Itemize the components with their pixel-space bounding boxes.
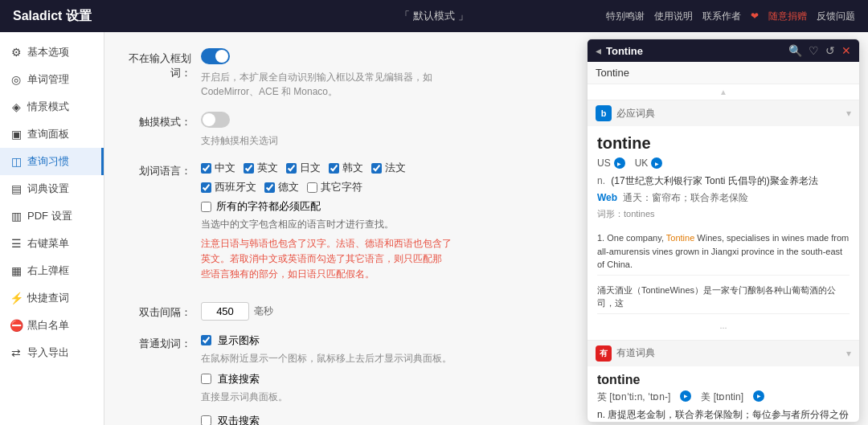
dict-search-input[interactable] xyxy=(596,67,851,79)
lang-other-checkbox[interactable] xyxy=(307,182,317,193)
blacklist-icon: ⛔ xyxy=(10,319,23,332)
touch-mode-toggle[interactable] xyxy=(201,112,230,128)
bing-web-entry: Web 通天：窗帘布；联合养老保险 xyxy=(597,191,850,205)
sidebar-item-popup[interactable]: ▦ 右上弹框 xyxy=(0,257,104,284)
sidebar: ⚙ 基本选项 ◎ 单词管理 ◈ 情景模式 ▣ 查询面板 ◫ 查询习惯 ▤ 词典设… xyxy=(0,32,104,425)
lang-zh-checkbox[interactable] xyxy=(201,163,211,174)
sidebar-label-import-export: 导入导出 xyxy=(27,345,69,360)
lang-ja[interactable]: 日文 xyxy=(286,161,321,175)
us-sound-button[interactable] xyxy=(614,157,625,169)
lang-zh[interactable]: 中文 xyxy=(201,161,235,175)
favorite-icon[interactable]: ♡ xyxy=(809,44,819,57)
sidebar-label-scenario: 情景模式 xyxy=(27,100,69,114)
nav-link-contact[interactable]: 联系作者 xyxy=(702,10,741,23)
mode-label: 「 默认模式 」 xyxy=(399,9,468,23)
nav-link-feedback[interactable]: 反馈问题 xyxy=(817,10,855,23)
popup-icon: ▦ xyxy=(10,264,23,277)
lang-other[interactable]: 其它字符 xyxy=(307,180,362,194)
dict-body: ▲ b 必应词典 ▾ tontine US xyxy=(588,84,859,422)
vocab-icon: ◎ xyxy=(10,73,23,86)
sidebar-item-scenario[interactable]: ◈ 情景模式 xyxy=(0,93,104,121)
sidebar-item-lookup-habits[interactable]: ◫ 查询习惯 xyxy=(0,148,104,175)
youdao-content: tontine 英 [tɒnˈtiːn, ˈtɒn-] 美 [tɒntin] n… xyxy=(588,366,859,423)
sidebar-label-pdf: PDF 设置 xyxy=(27,209,72,223)
sidebar-item-context-menu[interactable]: ☰ 右键菜单 xyxy=(0,230,104,257)
sidebar-label-popup: 右上弹框 xyxy=(27,264,69,278)
no-input-frame-toggle[interactable] xyxy=(201,48,230,64)
double-search-checkbox[interactable] xyxy=(201,415,211,425)
heart-icon: ❤ xyxy=(751,10,759,22)
dict-popup: ◂ Tontine 🔍 ♡ ↺ ✕ ▲ b 必应词典 xyxy=(587,39,860,423)
scenario-icon: ◈ xyxy=(10,100,23,113)
scroll-up-indicator: ▲ xyxy=(588,84,859,100)
bing-phonetics: US UK xyxy=(597,157,850,169)
nav-link-guide[interactable]: 使用说明 xyxy=(654,10,693,23)
importexport-icon: ⇄ xyxy=(10,346,23,359)
sidebar-label-quick: 快捷查词 xyxy=(27,291,69,305)
sidebar-label-dict-settings: 词典设置 xyxy=(27,182,69,196)
youdao-section-header[interactable]: 有 有道词典 ▾ xyxy=(588,340,859,366)
lang-es[interactable]: 西班牙文 xyxy=(201,180,256,194)
back-icon[interactable]: ◂ xyxy=(596,44,601,57)
dict-popup-header: ◂ Tontine 🔍 ♡ ↺ ✕ xyxy=(588,39,859,62)
example-2: 涌天酒业（TontineWines）是一家专门酿制各种山葡萄酒的公司，这 xyxy=(597,280,850,314)
uk-label: UK xyxy=(635,157,649,169)
all-chars-checkbox[interactable] xyxy=(201,202,211,212)
sidebar-item-basic[interactable]: ⚙ 基本选项 xyxy=(0,39,104,66)
sidebar-item-dict-settings[interactable]: ▤ 词典设置 xyxy=(0,175,104,202)
youdao-word: tontine xyxy=(597,373,850,387)
lang-en-checkbox[interactable] xyxy=(244,163,254,174)
panel-icon: ▣ xyxy=(10,128,23,141)
context-icon: ☰ xyxy=(10,237,23,250)
pdf-icon: ▥ xyxy=(10,210,23,223)
languages-label: 划词语言： xyxy=(129,161,201,178)
nav-link-donate[interactable]: 随意捐赠 xyxy=(768,10,807,23)
lang-de[interactable]: 德文 xyxy=(264,180,299,194)
bing-icon: b xyxy=(596,105,612,121)
gear-icon: ⚙ xyxy=(10,46,23,59)
dict-icon: ▤ xyxy=(10,182,23,195)
lang-en[interactable]: 英文 xyxy=(244,161,278,175)
lang-fr[interactable]: 法文 xyxy=(371,161,406,175)
bing-section-header[interactable]: b 必应词典 ▾ xyxy=(588,100,859,126)
dict-popup-title: Tontine xyxy=(606,45,784,57)
youdao-sound-us[interactable] xyxy=(753,390,764,402)
lang-ko-checkbox[interactable] xyxy=(329,163,339,174)
lang-de-checkbox[interactable] xyxy=(264,182,275,193)
lang-es-checkbox[interactable] xyxy=(201,182,211,193)
bing-section-title: 必应词典 xyxy=(616,107,846,121)
close-icon[interactable]: ✕ xyxy=(841,44,851,57)
search-icon[interactable]: 🔍 xyxy=(788,44,802,57)
sidebar-item-vocab[interactable]: ◎ 单词管理 xyxy=(0,66,104,93)
show-icon-checkbox[interactable] xyxy=(201,335,211,345)
double-click-input[interactable] xyxy=(201,302,249,321)
sidebar-item-quick[interactable]: ⚡ 快捷查词 xyxy=(0,284,104,312)
nav-link-thanks[interactable]: 特别鸣谢 xyxy=(606,10,645,23)
interval-unit: 毫秒 xyxy=(254,304,273,318)
show-icon-label: 显示图标 xyxy=(218,333,260,348)
youdao-section-title: 有道词典 xyxy=(616,346,846,360)
lang-ko[interactable]: 韩文 xyxy=(329,161,363,175)
refresh-icon[interactable]: ↺ xyxy=(825,44,835,57)
dict-search-bar xyxy=(588,62,859,84)
sidebar-item-pdf[interactable]: ▥ PDF 设置 xyxy=(0,202,104,230)
lang-ja-checkbox[interactable] xyxy=(286,163,297,174)
bing-definition: (17世纪意大利银行家 Tonti 氏倡导的)聚金养老法 xyxy=(611,175,817,186)
uk-sound-button[interactable] xyxy=(651,157,662,169)
sidebar-label-context-menu: 右键菜单 xyxy=(27,236,69,251)
lang-fr-checkbox[interactable] xyxy=(371,163,382,174)
nav-links: 特别鸣谢 使用说明 联系作者 ❤ 随意捐赠 反馈问题 xyxy=(606,10,855,23)
all-chars-label: 所有的字符都必须匹配 xyxy=(216,199,321,214)
youdao-sound-en[interactable] xyxy=(680,390,691,402)
sidebar-label-blacklist: 黑白名单 xyxy=(27,318,69,333)
example-1: 1. One company, Tontine Wines, specialis… xyxy=(597,228,850,276)
bing-pos-def: n. (17世纪意大利银行家 Tonti 氏倡导的)聚金养老法 xyxy=(597,174,850,188)
sidebar-item-lookup-panel[interactable]: ▣ 查询面板 xyxy=(0,121,104,148)
youdao-definition: n. 唐提恩老金制，联合养老保险制；每位参与者所分得之份额；共同基 xyxy=(597,407,850,423)
direct-search-checkbox[interactable] xyxy=(201,374,211,384)
bing-content: tontine US UK n. (17世纪意大利银行家 Tont xyxy=(588,126,859,228)
sidebar-label-lookup-panel: 查询面板 xyxy=(27,127,69,141)
sidebar-item-blacklist[interactable]: ⛔ 黑白名单 xyxy=(0,312,104,339)
sidebar-item-import-export[interactable]: ⇄ 导入导出 xyxy=(0,339,104,366)
ellipsis: ... xyxy=(597,319,850,333)
